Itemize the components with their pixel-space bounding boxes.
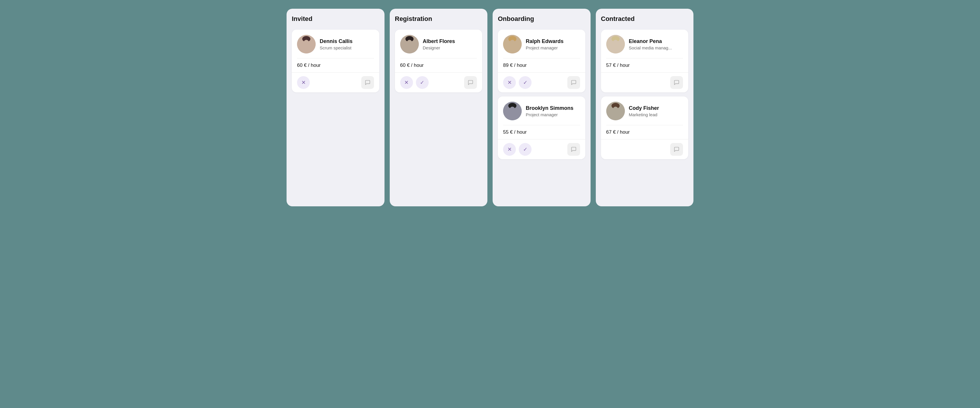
- card-actions-cody-fisher: [601, 140, 689, 159]
- card-actions-ralph-edwards: ✕✓: [498, 73, 585, 92]
- card-name-brooklyn-simmons: Brooklyn Simmons: [526, 105, 573, 111]
- card-actions-eleanor-pena: [601, 73, 689, 92]
- card-actions-brooklyn-simmons: ✕✓: [498, 140, 585, 159]
- card-actions-albert-flores: ✕✓: [395, 73, 482, 92]
- card-info-cody-fisher: Cody FisherMarketing lead: [629, 105, 659, 117]
- message-button-cody-fisher[interactable]: [670, 143, 683, 156]
- accept-button-ralph-edwards[interactable]: ✓: [519, 76, 531, 89]
- card-albert-flores: Albert FloresDesigner60 € / hour✕✓: [395, 30, 482, 92]
- kanban-board: Invited Dennis CallisScrum specialist60 …: [286, 9, 694, 206]
- card-role-eleanor-pena: Social media manag...: [629, 45, 672, 50]
- card-actions-dennis-callis: ✕: [292, 73, 379, 92]
- svg-point-4: [304, 40, 309, 45]
- card-name-dennis-callis: Dennis Callis: [320, 38, 353, 44]
- card-role-dennis-callis: Scrum specialist: [320, 45, 353, 50]
- card-role-ralph-edwards: Project manager: [526, 45, 563, 50]
- reject-button-ralph-edwards[interactable]: ✕: [503, 76, 516, 89]
- column-title-onboarding: Onboarding: [498, 15, 585, 24]
- card-role-brooklyn-simmons: Project manager: [526, 112, 573, 117]
- card-cody-fisher: Cody FisherMarketing lead67 € / hour: [601, 97, 689, 159]
- avatar-dennis-callis: [297, 35, 316, 54]
- card-rate-eleanor-pena: 57 € / hour: [601, 59, 689, 73]
- card-brooklyn-simmons: Brooklyn SimmonsProject manager55 € / ho…: [498, 97, 585, 159]
- card-role-albert-flores: Designer: [423, 45, 455, 50]
- card-info-albert-flores: Albert FloresDesigner: [423, 38, 455, 50]
- message-button-ralph-edwards[interactable]: [567, 76, 580, 89]
- column-invited: Invited Dennis CallisScrum specialist60 …: [286, 9, 385, 206]
- card-header-albert-flores: Albert FloresDesigner: [395, 30, 482, 58]
- card-info-ralph-edwards: Ralph EdwardsProject manager: [526, 38, 563, 50]
- avatar-albert-flores: [400, 35, 419, 54]
- column-registration: Registration Albert FloresDesigner60 € /…: [390, 9, 488, 206]
- card-header-cody-fisher: Cody FisherMarketing lead: [601, 97, 689, 125]
- card-name-eleanor-pena: Eleanor Pena: [629, 38, 672, 44]
- svg-point-14: [510, 40, 515, 45]
- card-rate-brooklyn-simmons: 55 € / hour: [498, 125, 585, 140]
- message-button-albert-flores[interactable]: [464, 76, 477, 89]
- accept-button-albert-flores[interactable]: ✓: [416, 76, 429, 89]
- card-header-eleanor-pena: Eleanor PenaSocial media manag...: [601, 30, 689, 58]
- svg-point-19: [510, 106, 515, 112]
- action-buttons-left-albert-flores: ✕✓: [400, 76, 429, 89]
- card-role-cody-fisher: Marketing lead: [629, 112, 659, 117]
- card-dennis-callis: Dennis CallisScrum specialist60 € / hour…: [292, 30, 379, 92]
- action-buttons-left-ralph-edwards: ✕✓: [503, 76, 531, 89]
- accept-button-brooklyn-simmons[interactable]: ✓: [519, 143, 531, 156]
- card-eleanor-pena: Eleanor PenaSocial media manag...57 € / …: [601, 30, 689, 92]
- svg-point-24: [613, 40, 618, 45]
- action-buttons-left-dennis-callis: ✕: [297, 76, 310, 89]
- message-button-dennis-callis[interactable]: [361, 76, 374, 89]
- column-title-invited: Invited: [292, 15, 379, 24]
- avatar-cody-fisher: [606, 102, 625, 120]
- column-onboarding: Onboarding Ralph EdwardsProject manager8…: [493, 9, 590, 206]
- card-ralph-edwards: Ralph EdwardsProject manager89 € / hour✕…: [498, 30, 585, 92]
- svg-point-9: [407, 40, 412, 45]
- column-title-contracted: Contracted: [601, 15, 689, 24]
- card-header-brooklyn-simmons: Brooklyn SimmonsProject manager: [498, 97, 585, 125]
- column-title-registration: Registration: [395, 15, 482, 24]
- reject-button-albert-flores[interactable]: ✕: [400, 76, 413, 89]
- message-button-brooklyn-simmons[interactable]: [567, 143, 580, 156]
- card-header-dennis-callis: Dennis CallisScrum specialist: [292, 30, 379, 58]
- message-button-eleanor-pena[interactable]: [670, 76, 683, 89]
- card-name-albert-flores: Albert Flores: [423, 38, 455, 44]
- card-rate-ralph-edwards: 89 € / hour: [498, 59, 585, 73]
- action-buttons-left-brooklyn-simmons: ✕✓: [503, 143, 531, 156]
- column-contracted: Contracted Eleanor PenaSocial media mana…: [596, 9, 694, 206]
- card-rate-cody-fisher: 67 € / hour: [601, 125, 689, 140]
- card-rate-dennis-callis: 60 € / hour: [292, 59, 379, 73]
- card-info-eleanor-pena: Eleanor PenaSocial media manag...: [629, 38, 672, 50]
- card-info-brooklyn-simmons: Brooklyn SimmonsProject manager: [526, 105, 573, 117]
- card-name-ralph-edwards: Ralph Edwards: [526, 38, 563, 44]
- card-rate-albert-flores: 60 € / hour: [395, 59, 482, 73]
- card-info-dennis-callis: Dennis CallisScrum specialist: [320, 38, 353, 50]
- avatar-brooklyn-simmons: [503, 102, 522, 120]
- avatar-ralph-edwards: [503, 35, 522, 54]
- reject-button-brooklyn-simmons[interactable]: ✕: [503, 143, 516, 156]
- avatar-eleanor-pena: [606, 35, 625, 54]
- card-header-ralph-edwards: Ralph EdwardsProject manager: [498, 30, 585, 58]
- card-name-cody-fisher: Cody Fisher: [629, 105, 659, 111]
- reject-button-dennis-callis[interactable]: ✕: [297, 76, 310, 89]
- svg-point-29: [613, 106, 618, 112]
